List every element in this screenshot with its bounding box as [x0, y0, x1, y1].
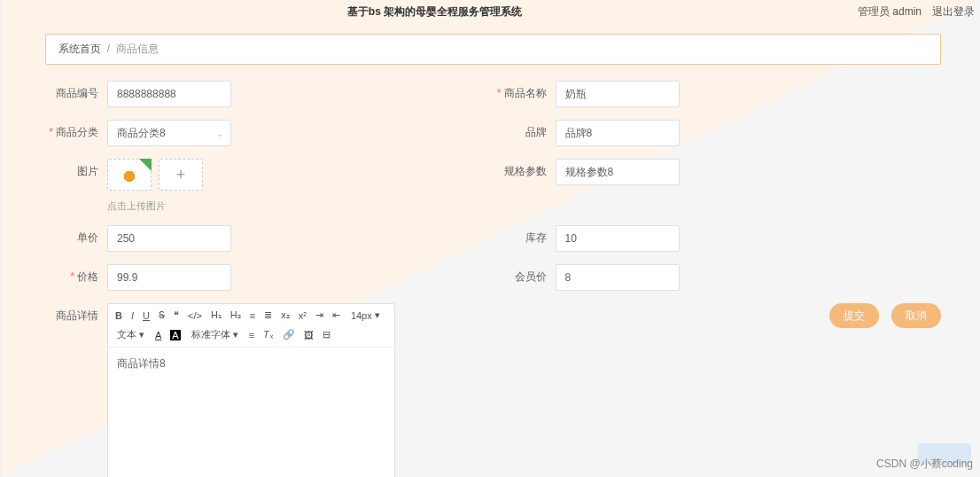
- upload-add-button[interactable]: +: [159, 159, 203, 191]
- label-category: 商品分类: [45, 120, 107, 140]
- editor-body[interactable]: 商品详情8: [108, 348, 394, 477]
- page-title: 基于bs 架构的母婴全程服务管理系统: [12, 4, 858, 20]
- cost-input[interactable]: [107, 264, 231, 291]
- watermark: CSDN @小蔡coding: [876, 457, 973, 472]
- align-icon[interactable]: ≡: [249, 330, 254, 340]
- underline-icon[interactable]: U: [143, 310, 150, 321]
- brand-input[interactable]: [556, 120, 680, 146]
- list-ol-icon[interactable]: ≡: [250, 310, 255, 321]
- spec-input[interactable]: [556, 159, 680, 185]
- label-image: 图片: [45, 159, 107, 191]
- fontsize-select[interactable]: 14px ▾: [349, 309, 382, 321]
- label-spec: 规格参数: [494, 159, 556, 179]
- clear-icon[interactable]: Tₓ: [263, 329, 274, 340]
- label-cost: 价格: [45, 264, 107, 285]
- label-member-price: 会员价: [494, 264, 556, 285]
- stock-input[interactable]: [556, 225, 680, 252]
- submit-button[interactable]: 提交: [829, 303, 879, 328]
- italic-icon[interactable]: I: [131, 310, 134, 321]
- chevron-down-icon: ▾: [233, 329, 238, 340]
- member-price-input[interactable]: [556, 264, 680, 291]
- link-icon[interactable]: 🔗: [283, 329, 295, 340]
- thumb-placeholder: [120, 167, 139, 183]
- sub-icon[interactable]: x₂: [281, 309, 290, 321]
- label-price: 单价: [45, 225, 107, 246]
- rich-editor: B I U S̶ ❝ </> H₁ H₂ ≡ ≣ x₂: [107, 303, 395, 477]
- h1-icon[interactable]: H₁: [211, 309, 222, 321]
- chevron-down-icon: ⌄: [216, 129, 223, 138]
- bgcolor-icon[interactable]: A: [170, 330, 180, 340]
- price-input[interactable]: [107, 225, 231, 252]
- label-detail: 商品详情: [45, 303, 107, 324]
- product-no-input[interactable]: [107, 81, 231, 107]
- plus-icon: +: [176, 166, 186, 184]
- image-icon[interactable]: 🖼: [304, 330, 314, 340]
- product-form: 商品编号 商品名称 商品分类 商品分类8 ⌄: [45, 81, 941, 477]
- strike-icon[interactable]: S̶: [159, 309, 165, 321]
- check-icon: [139, 159, 152, 171]
- editor-toolbar: B I U S̶ ❝ </> H₁ H₂ ≡ ≣ x₂: [108, 304, 394, 348]
- fontfamily-select[interactable]: 标准字体 ▾: [190, 328, 240, 341]
- indent-icon[interactable]: ⇥: [315, 309, 323, 321]
- fontstyle-select[interactable]: 文本 ▾: [115, 328, 146, 341]
- logout-link[interactable]: 退出登录: [932, 4, 975, 20]
- breadcrumb: 系统首页 / 商品信息: [45, 34, 941, 65]
- label-stock: 库存: [494, 225, 556, 246]
- bold-icon[interactable]: B: [115, 310, 122, 321]
- color-icon[interactable]: A: [155, 330, 161, 340]
- code-icon[interactable]: </>: [188, 310, 202, 321]
- chevron-down-icon: ▾: [375, 309, 380, 321]
- breadcrumb-home[interactable]: 系统首页: [58, 43, 101, 55]
- label-product-name: 商品名称: [494, 81, 556, 101]
- video-icon[interactable]: ⊟: [323, 329, 331, 340]
- header: 基于bs 架构的母婴全程服务管理系统 管理员 admin 退出登录: [1, 0, 980, 23]
- category-select[interactable]: 商品分类8 ⌄: [107, 120, 231, 146]
- breadcrumb-current: 商品信息: [116, 43, 159, 55]
- cancel-button[interactable]: 取消: [891, 303, 941, 328]
- label-product-no: 商品编号: [45, 81, 107, 101]
- chevron-down-icon: ▾: [139, 329, 144, 340]
- quote-icon[interactable]: ❝: [174, 309, 179, 321]
- h2-icon[interactable]: H₂: [230, 309, 241, 321]
- label-brand: 品牌: [494, 120, 556, 140]
- list-ul-icon[interactable]: ≣: [264, 309, 272, 321]
- outdent-icon[interactable]: ⇤: [332, 309, 340, 321]
- upload-tip: 点击上传图片: [107, 199, 166, 213]
- product-name-input[interactable]: [556, 81, 680, 107]
- image-thumb[interactable]: [107, 159, 152, 191]
- user-label: 管理员 admin: [858, 4, 922, 20]
- sup-icon[interactable]: x²: [299, 310, 307, 321]
